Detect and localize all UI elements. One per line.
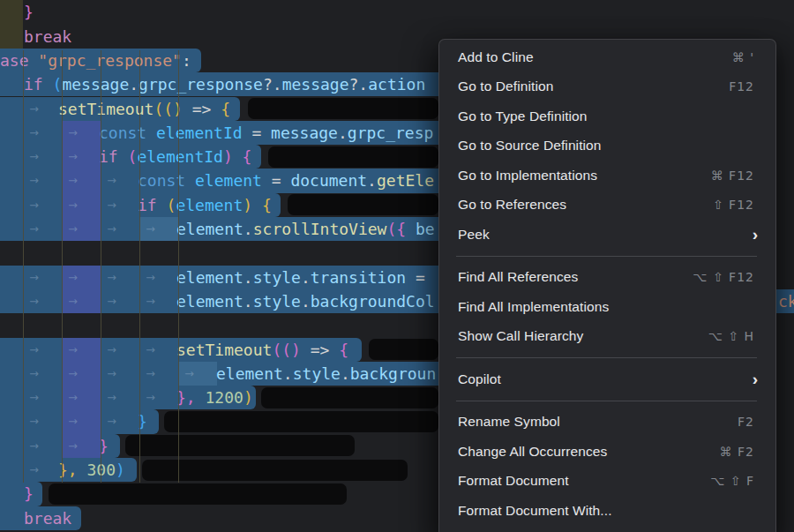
menu-item-find-all-implementations[interactable]: Find All Implementations	[439, 292, 775, 322]
code-token: ck	[778, 292, 794, 311]
selection-highlight	[0, 482, 42, 506]
menu-item-label: Rename Symbol	[458, 414, 738, 430]
code-token: .	[301, 268, 311, 287]
code-token: element	[176, 292, 243, 311]
whitespace-arrow-icon: →	[107, 193, 116, 217]
menu-item-copilot[interactable]: Copilot›	[439, 364, 775, 394]
menu-item-go-to-type-definition[interactable]: Go to Type Definition	[439, 101, 775, 131]
whitespace-arrow-icon: →	[29, 338, 39, 362]
menu-item-go-to-definition[interactable]: Go to DefinitionF12	[439, 72, 775, 102]
code-token: :	[182, 51, 191, 70]
menu-shortcut: ⌘ '	[732, 50, 754, 64]
vscode-editor-screenshot: }breakase "grpc_response":if (message.gr…	[0, 0, 794, 532]
code-token: break	[24, 27, 71, 46]
redaction-box	[248, 98, 438, 119]
code-token: )	[223, 147, 233, 166]
whitespace-arrow-icon: →	[107, 266, 116, 289]
whitespace-arrow-icon: →	[68, 193, 78, 217]
whitespace-arrow-icon: →	[68, 266, 78, 289]
whitespace-arrow-icon: →	[146, 338, 155, 362]
code-token	[196, 388, 206, 407]
whitespace-arrow-icon: →	[29, 434, 39, 458]
code-token: .	[243, 292, 253, 311]
code-token: .	[341, 364, 350, 383]
whitespace-arrow-icon: →	[29, 362, 39, 386]
menu-item-change-all-occurrences[interactable]: Change All Occurrences⌘ F2	[439, 437, 775, 467]
whitespace-arrow-icon: →	[68, 386, 78, 409]
code-token: const	[138, 171, 185, 190]
code-text: element.style.backgroun	[216, 362, 436, 386]
code-token: .	[283, 364, 293, 383]
menu-item-label: Show Call Hierarchy	[458, 328, 708, 344]
redaction-box	[142, 460, 408, 481]
menu-separator	[456, 256, 757, 257]
menu-shortcut: ⌘ F2	[720, 445, 754, 459]
code-token: =	[406, 268, 425, 287]
code-token	[406, 220, 416, 238]
code-token: element	[176, 268, 243, 287]
code-token: {	[221, 100, 230, 118]
code-token: backgroundCol	[311, 292, 435, 311]
code-token: if	[24, 75, 43, 94]
code-token: {	[243, 147, 252, 166]
code-token: (	[167, 196, 176, 214]
menu-separator	[456, 357, 757, 358]
code-token: ({	[386, 220, 406, 238]
menu-shortcut: ⇧ F12	[713, 198, 754, 212]
menu-item-format-document-with[interactable]: Format Document With...	[439, 496, 775, 526]
whitespace-arrow-icon: →	[29, 458, 39, 482]
code-text: if (message.grpc_response?.message?.acti…	[24, 72, 425, 96]
code-line: }	[0, 0, 794, 24]
code-token: .	[301, 292, 311, 311]
code-text: }	[24, 482, 34, 506]
whitespace-arrow-icon: →	[107, 409, 116, 433]
code-token	[157, 196, 167, 214]
code-token: message	[62, 75, 129, 94]
submenu-chevron-icon: ›	[753, 371, 758, 387]
whitespace-arrow-icon: →	[146, 386, 155, 409]
code-text: const element = document.getEle	[138, 169, 434, 192]
code-token: =>	[301, 341, 339, 359]
code-token: element	[176, 220, 243, 238]
whitespace-arrow-icon: →	[146, 289, 155, 313]
code-text: setTimeout(() => {	[176, 338, 348, 362]
whitespace-arrow-icon: →	[29, 289, 39, 313]
menu-item-go-to-implementations[interactable]: Go to Implementations⌘ F12	[439, 161, 775, 191]
menu-item-rename-symbol[interactable]: Rename SymbolF2	[439, 408, 775, 438]
menu-item-peek[interactable]: Peek›	[439, 220, 775, 250]
whitespace-arrow-icon: →	[29, 145, 39, 169]
menu-item-show-call-hierarchy[interactable]: Show Call Hierarchy⌥ ⇧ H	[439, 322, 775, 352]
code-token	[78, 461, 87, 479]
menu-item-label: Peek	[458, 227, 753, 243]
menu-item-go-to-references[interactable]: Go to References⇧ F12	[439, 191, 775, 221]
redaction-box	[49, 483, 347, 505]
code-token: 300	[87, 461, 116, 479]
menu-item-go-to-source-definition[interactable]: Go to Source Definition	[439, 131, 775, 161]
code-token: 1200	[206, 388, 243, 407]
code-token: action	[368, 75, 425, 94]
code-token: style	[253, 268, 301, 287]
menu-shortcut: ⌥ ⇧ H	[708, 329, 754, 343]
menu-item-label: Go to Implementations	[458, 168, 711, 184]
code-token: be	[416, 220, 435, 238]
whitespace-arrow-icon: →	[29, 169, 39, 192]
code-token	[233, 147, 243, 166]
code-token	[146, 124, 156, 142]
whitespace-arrow-icon: →	[146, 217, 155, 241]
code-token: message	[282, 75, 349, 94]
whitespace-arrow-icon: →	[68, 145, 78, 169]
menu-item-format-document[interactable]: Format Document⌥ ⇧ F	[439, 467, 775, 497]
code-token: .	[129, 75, 139, 94]
menu-item-label: Go to References	[458, 197, 713, 213]
code-token	[118, 147, 128, 166]
code-text: }	[24, 0, 34, 24]
menu-item-label: Format Document With...	[458, 503, 754, 519]
menu-item-find-all-references[interactable]: Find All References⌥ ⇧ F12	[439, 263, 775, 293]
whitespace-arrow-icon: →	[146, 266, 155, 289]
code-token	[29, 51, 39, 70]
code-token: elementId	[156, 124, 243, 142]
menu-item-label: Go to Definition	[458, 79, 729, 94]
code-text: element.style.backgroundCol	[176, 289, 435, 313]
menu-item-add-to-cline[interactable]: Add to Cline⌘ '	[439, 42, 775, 72]
code-text: ase "grpc_response":	[0, 49, 191, 72]
